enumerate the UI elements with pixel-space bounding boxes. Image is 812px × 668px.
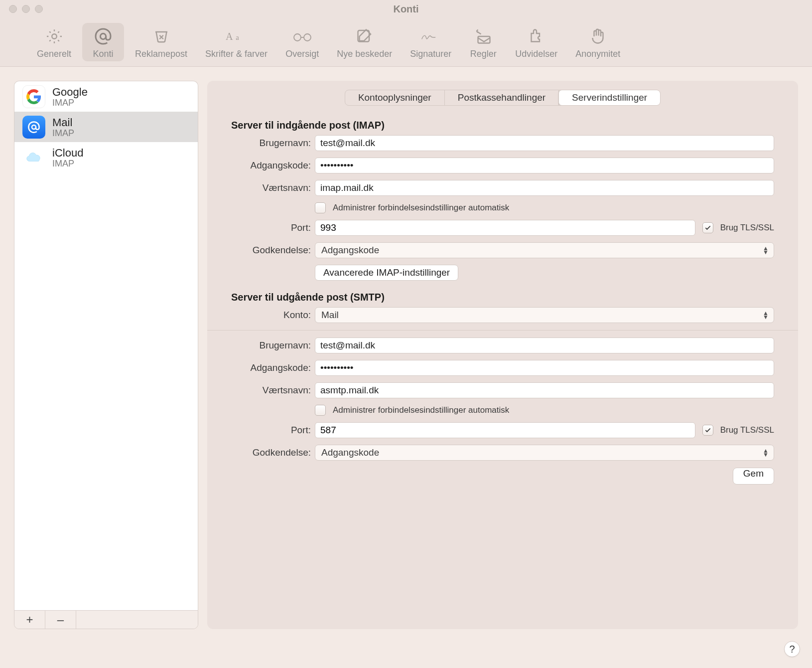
incoming-section-title: Server til indgående post (IMAP) [231,120,774,131]
label-incoming-user: Brugernavn: [259,138,311,149]
preferences-toolbar: Generelt Konti Reklamepost Aa Skrifter &… [0,18,812,67]
titlebar: Konti [0,0,812,18]
updown-icon: ▲▼ [763,311,769,319]
updown-icon: ▲▼ [763,246,769,254]
toolbar-extensions[interactable]: Udvidelser [508,23,564,61]
toolbar-label: Nye beskeder [337,49,392,59]
incoming-tls-checkbox[interactable] [702,222,713,233]
toolbar-label: Generelt [37,49,71,59]
account-name: iCloud [52,147,83,160]
account-row-icloud[interactable]: iCloud IMAP [14,142,198,172]
incoming-host-input[interactable] [315,180,774,196]
save-button[interactable]: Gem [733,468,774,485]
toolbar-fonts[interactable]: Aa Skrifter & farver [198,23,274,61]
toolbar-composing[interactable]: Nye beskeder [330,23,399,61]
tab-account-info[interactable]: Kontooplysninger [345,90,445,105]
outgoing-auto-checkbox[interactable] [315,405,326,416]
mail-at-icon [22,116,45,139]
account-name: Google [52,86,88,99]
toolbar-viewing[interactable]: Oversigt [278,23,326,61]
puzzle-icon [528,26,545,47]
rules-icon [473,26,493,47]
outgoing-auth-select[interactable]: Adgangskode ▲▼ [315,445,774,461]
account-row-google[interactable]: Google IMAP [14,81,198,112]
svg-point-4 [294,34,301,41]
glasses-icon [290,26,314,47]
gear-icon [45,26,63,47]
toolbar-rules[interactable]: Regler [462,23,504,61]
advanced-imap-button[interactable]: Avancerede IMAP-indstillinger [315,265,458,281]
add-account-button[interactable]: + [14,611,45,629]
remove-account-button[interactable]: – [45,611,76,629]
toolbar-label: Regler [470,49,497,59]
label-incoming-host: Værtsnavn: [263,182,311,193]
incoming-port-input[interactable] [315,220,695,236]
toolbar-general[interactable]: Generelt [30,23,78,61]
signature-icon [420,26,442,47]
toolbar-privacy[interactable]: Anonymitet [568,23,627,61]
outgoing-tls-checkbox[interactable] [702,425,713,436]
outgoing-username-input[interactable] [315,337,774,353]
account-protocol: IMAP [52,159,83,169]
toolbar-label: Anonymitet [575,49,620,59]
account-row-mail[interactable]: Mail IMAP [14,112,198,142]
label-outgoing-host: Værtsnavn: [263,385,311,396]
incoming-username-input[interactable] [315,135,774,151]
divider [207,330,798,331]
tab-server-settings[interactable]: Serverindstillinger [558,90,661,106]
window-title: Konti [0,3,812,15]
updown-icon: ▲▼ [763,449,769,457]
footer-spacer [76,611,198,629]
toolbar-label: Oversigt [285,49,319,59]
accounts-footer: + – [14,610,198,629]
incoming-auto-checkbox[interactable] [315,202,326,213]
outgoing-host-input[interactable] [315,382,774,398]
svg-point-0 [52,34,57,39]
account-name: Mail [52,116,74,129]
outgoing-port-input[interactable] [315,422,695,438]
toolbar-label: Konti [93,49,114,59]
google-icon [22,85,45,108]
outgoing-tls-label: Brug TLS/SSL [720,425,774,435]
hand-icon [589,26,607,47]
account-protocol: IMAP [52,128,74,139]
tab-mailbox-behaviors[interactable]: Postkassehandlinger [445,90,559,105]
outgoing-account-select[interactable]: Mail ▲▼ [315,307,774,323]
outgoing-account-value: Mail [321,310,339,321]
incoming-auto-label: Administrer forbindelsesindstillinger au… [333,203,509,213]
toolbar-label: Signaturer [410,49,451,59]
toolbar-label: Reklamepost [135,49,187,59]
fonts-icon: Aa [226,26,248,47]
svg-point-5 [304,34,311,41]
toolbar-accounts[interactable]: Konti [82,23,124,61]
toolbar-label: Udvidelser [515,49,557,59]
toolbar-label: Skrifter & farver [205,49,268,59]
label-outgoing-auth: Godkendelse: [253,447,311,458]
accounts-list: Google IMAP Mail IMAP iCloud [14,81,198,610]
account-protocol: IMAP [52,98,88,108]
label-outgoing-port: Port: [291,425,311,436]
label-outgoing-user: Brugernavn: [259,340,311,351]
outgoing-password-input[interactable] [315,360,774,376]
compose-icon [356,26,374,47]
settings-panel: Kontooplysninger Postkassehandlinger Ser… [207,81,798,629]
label-incoming-pass: Adgangskode: [251,160,311,171]
outgoing-auto-label: Administrer forbindelsesindstillinger au… [333,405,509,415]
toolbar-junk[interactable]: Reklamepost [128,23,194,61]
icloud-icon [22,146,45,169]
incoming-auth-select[interactable]: Adgangskode ▲▼ [315,242,774,258]
outgoing-section-title: Server til udgående post (SMTP) [231,292,774,303]
tab-bar: Kontooplysninger Postkassehandlinger Ser… [231,90,774,106]
toolbar-signatures[interactable]: Signaturer [403,23,458,61]
label-incoming-auth: Godkendelse: [253,245,311,256]
help-button[interactable]: ? [784,641,800,657]
label-outgoing-pass: Adgangskode: [251,362,311,373]
incoming-tls-label: Brug TLS/SSL [720,223,774,233]
incoming-auth-value: Adgangskode [321,245,379,256]
svg-text:a: a [236,33,239,41]
svg-text:A: A [226,31,233,42]
svg-point-1 [100,33,106,39]
incoming-password-input[interactable] [315,158,774,173]
at-icon [93,26,113,47]
junk-icon [151,26,171,47]
